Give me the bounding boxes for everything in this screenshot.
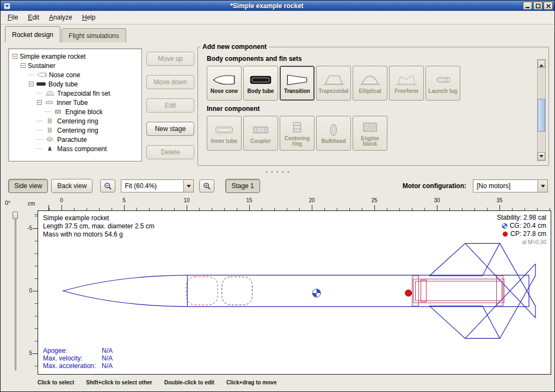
edit-button[interactable]: Edit [146, 98, 194, 113]
view-toolbar: Side view Back view Fit (60.4%) Stage 1 … [8, 178, 548, 194]
tree-expander-icon[interactable]: − [21, 63, 26, 68]
tree-item-mass-component[interactable]: Mass component [10, 144, 140, 153]
centering-ring-icon [45, 118, 55, 124]
delete-button[interactable]: Delete [146, 145, 194, 159]
palette-button-elliptical[interactable]: Elliptical [353, 66, 387, 101]
move-up-button[interactable]: Move up [146, 52, 194, 66]
palette-button-label: Coupler [250, 139, 271, 144]
tree-item-engine-block[interactable]: Engine block [10, 107, 140, 116]
stage-1-button[interactable]: Stage 1 [225, 179, 260, 193]
parachute-outline[interactable] [186, 277, 218, 305]
motor-configuration-select[interactable]: [No motors] [473, 179, 548, 192]
tree-item-label: Mass component [57, 145, 107, 153]
tab-rocket-design[interactable]: Rocket design [5, 26, 60, 42]
tree-connector [37, 130, 42, 130]
palette-button-centering-ring[interactable]: Centering ring [280, 116, 314, 151]
menu-edit[interactable]: Edit [23, 12, 44, 23]
tree-expander-icon[interactable]: − [37, 100, 42, 105]
palette-button-coupler[interactable]: Coupler [243, 116, 278, 151]
transition-icon [285, 73, 309, 87]
tree-expander-icon[interactable]: − [13, 54, 17, 59]
palette-button-label: Launch lug [428, 89, 457, 94]
tree-item-trapezoidal-fin-set[interactable]: Trapezoidal fin set [10, 89, 140, 98]
nose-cone-icon [212, 73, 236, 87]
palette-button-bulkhead[interactable]: Bulkhead [316, 116, 351, 151]
horizontal-ruler: 05101520253035 [38, 197, 551, 210]
menu-help[interactable]: Help [77, 12, 101, 23]
close-button[interactable] [544, 2, 553, 10]
palette-button-launch-lug[interactable]: Launch lug [425, 66, 460, 101]
splitter-handle[interactable] [1, 168, 554, 176]
tree-item-centering-ring[interactable]: Centering ring [10, 116, 140, 126]
side-view-button[interactable]: Side view [8, 179, 48, 193]
cp-marker[interactable] [405, 290, 412, 296]
bulkhead-icon [322, 123, 346, 137]
palette-button-body-tube[interactable]: Body tube [243, 66, 278, 101]
stat-value: N/A [102, 354, 113, 362]
minimize-icon [525, 3, 531, 9]
palette-button-label: Body tube [248, 89, 274, 94]
palette-button-nose-cone[interactable]: Nose cone [207, 66, 242, 101]
scrollbar-up-button[interactable] [538, 60, 545, 68]
rocket-canvas[interactable]: Simple example rocketLength 37.5 cm, max… [38, 210, 551, 375]
tree-connector [45, 111, 51, 112]
mass-component-outline[interactable] [222, 277, 252, 305]
nose-and-body-outline[interactable] [63, 275, 529, 307]
palette-group-label: Inner component [207, 105, 548, 113]
menu-file[interactable]: File [3, 12, 23, 23]
component-tree[interactable]: −Simple example rocket−SustainerNose con… [8, 48, 142, 161]
back-view-button[interactable]: Back view [51, 179, 92, 193]
palette-button-transition[interactable]: Transition [280, 66, 314, 101]
move-down-button[interactable]: Move down [146, 75, 194, 89]
parachute-icon [45, 136, 55, 142]
rotation-slider[interactable] [13, 211, 18, 370]
maximize-button[interactable] [533, 2, 542, 10]
chevron-down-icon[interactable] [183, 180, 193, 192]
slider-handle[interactable] [13, 211, 18, 219]
fin-bottom[interactable] [429, 306, 499, 339]
tree-item-simple-example-rocket[interactable]: −Simple example rocket [10, 52, 140, 61]
zoom-out-button[interactable] [100, 179, 115, 192]
stability-text: Stability: 2.98 cal [497, 214, 546, 222]
tree-item-nose-cone[interactable]: Nose cone [10, 70, 140, 79]
rotation-value: 0° [5, 200, 11, 206]
minimize-button[interactable] [523, 2, 532, 10]
elliptical-fin-icon [358, 73, 382, 87]
fin-top[interactable] [429, 244, 499, 276]
close-icon [546, 3, 551, 9]
tree-item-body-tube[interactable]: −Body tube [10, 79, 140, 89]
scrollbar-down-button[interactable] [538, 152, 545, 160]
tree-item-inner-tube[interactable]: −Inner Tube [10, 98, 140, 107]
engine-block-icon [358, 120, 382, 134]
palette-groups: Body components and fin setsNose coneBod… [198, 51, 548, 151]
chevron-down-icon[interactable] [538, 180, 547, 192]
freeform-fin-icon [394, 73, 418, 87]
palette-button-trapezoidal[interactable]: Trapezoidal [316, 66, 351, 101]
cg-icon [502, 223, 508, 229]
cp-text: CP: 27.8 cm [510, 230, 546, 238]
tab-flight-simulations[interactable]: Flight simulations [61, 28, 126, 42]
palette-button-freeform[interactable]: Freeform [389, 66, 424, 101]
tree-expander-icon[interactable]: − [29, 82, 34, 86]
menu-analyze[interactable]: Analyze [44, 12, 77, 23]
new-stage-button[interactable]: New stage [146, 122, 194, 136]
zoom-select[interactable]: Fit (60.4%) [121, 179, 194, 192]
rocket-outline[interactable] [63, 244, 535, 339]
window-titlebar[interactable]: *Simple example rocket [1, 1, 554, 11]
tree-item-parachute[interactable]: Parachute [10, 135, 140, 144]
palette-button-inner-tube[interactable]: Inner tube [207, 116, 242, 151]
tree-item-label: Inner Tube [57, 99, 88, 107]
tree-item-sustainer[interactable]: −Sustainer [10, 61, 140, 70]
slider-track [15, 211, 16, 370]
tree-item-centering-ring[interactable]: Centering ring [10, 126, 140, 135]
flight-stats: Apogee:N/AMax. velocity:N/AMax. accelera… [43, 347, 113, 370]
window-menu-icon[interactable] [3, 2, 11, 10]
vertical-ruler: -505 [27, 210, 38, 375]
engine-block-outline[interactable] [421, 280, 426, 302]
palette-scrollbar[interactable] [537, 59, 546, 161]
cg-marker[interactable] [312, 289, 320, 297]
scrollbar-thumb[interactable] [538, 99, 545, 132]
palette-button-engine-block[interactable]: Engine block [353, 116, 387, 151]
palette-button-label: Transition [284, 89, 310, 94]
zoom-in-button[interactable] [199, 179, 214, 192]
